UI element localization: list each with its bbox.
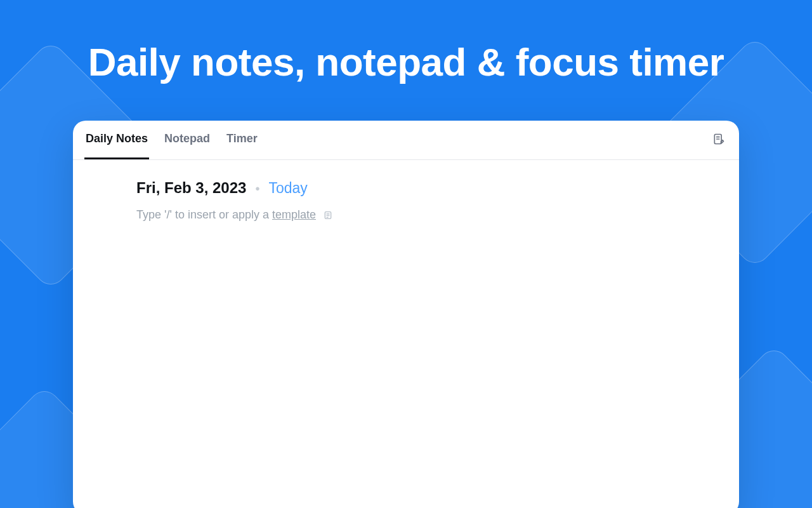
tab-timer[interactable]: Timer <box>225 133 259 159</box>
note-content[interactable]: Fri, Feb 3, 2023 • Today Type '/' to ins… <box>73 160 739 222</box>
notes-edit-button[interactable] <box>710 131 728 149</box>
separator-dot: • <box>255 182 259 195</box>
editor-placeholder[interactable]: Type '/' to insert or apply a template <box>136 208 676 222</box>
tab-daily-notes[interactable]: Daily Notes <box>84 133 149 159</box>
header-actions <box>710 131 728 149</box>
hero-title: Daily notes, notepad & focus timer <box>0 39 812 84</box>
note-date: Fri, Feb 3, 2023 <box>136 179 246 197</box>
today-label: Today <box>268 180 307 197</box>
notes-edit-icon <box>712 133 725 148</box>
tabs: Daily Notes Notepad Timer <box>84 121 259 159</box>
template-icon <box>322 210 334 221</box>
tab-label: Notepad <box>164 133 210 144</box>
placeholder-text: Type '/' to insert or apply a template <box>136 208 316 222</box>
card-header: Daily Notes Notepad Timer <box>73 121 739 160</box>
app-card: Daily Notes Notepad Timer <box>73 121 739 508</box>
tab-notepad[interactable]: Notepad <box>163 133 211 159</box>
tab-label: Timer <box>226 133 258 144</box>
placeholder-prefix: Type '/' to insert or apply a <box>136 208 272 221</box>
template-link[interactable]: template <box>272 208 316 221</box>
tab-label: Daily Notes <box>86 133 148 144</box>
date-row: Fri, Feb 3, 2023 • Today <box>136 179 676 197</box>
